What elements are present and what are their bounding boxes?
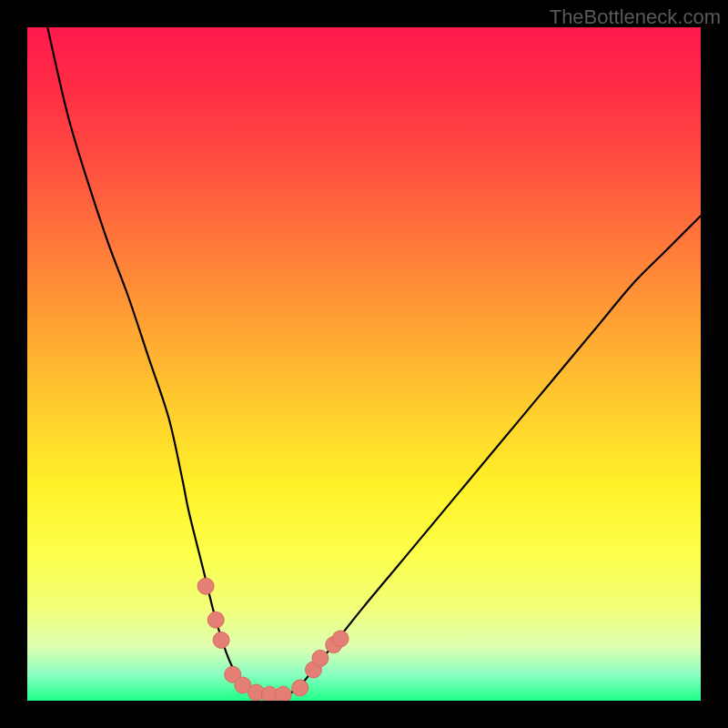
bottleneck-curve: [47, 27, 701, 696]
watermark-text: TheBottleneck.com: [550, 5, 721, 29]
curve-marker: [275, 686, 291, 701]
curve-marker: [332, 631, 349, 647]
curve-marker: [213, 632, 229, 648]
plot-area: [27, 27, 701, 701]
curve-marker: [292, 680, 308, 696]
curve-marker: [197, 578, 214, 594]
chart-svg: [27, 27, 701, 701]
chart-frame: TheBottleneck.com: [0, 0, 728, 728]
curve-marker: [312, 650, 329, 666]
curve-marker: [207, 612, 224, 628]
curve-markers: [197, 578, 349, 701]
